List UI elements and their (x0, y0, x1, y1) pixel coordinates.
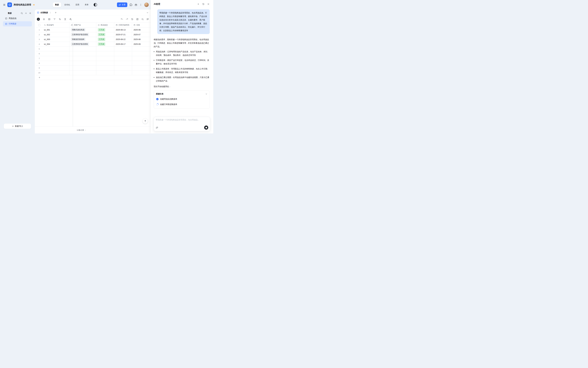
chat-history-icon[interactable] (202, 3, 205, 5)
tab-forms[interactable]: 表单 (82, 2, 91, 7)
field-config-icon[interactable] (48, 18, 51, 20)
workspace-icon[interactable] (135, 4, 137, 6)
row-number[interactable]: 9 (36, 66, 43, 70)
column-header-start-date[interactable]: 打样开始时间 (114, 23, 132, 27)
cell-start-date[interactable]: 2025-09-17 (114, 42, 132, 46)
cell-task-date[interactable]: 2025-07 (132, 32, 151, 37)
cell-empty[interactable] (96, 51, 114, 56)
cell-empty[interactable] (114, 66, 132, 70)
row-number[interactable]: 7 (36, 56, 43, 61)
row-number[interactable]: 3 (36, 37, 43, 42)
cell-empty[interactable] (43, 46, 69, 51)
attachment-icon[interactable] (156, 126, 158, 129)
stop-generating-button[interactable] (204, 126, 208, 130)
row-number[interactable]: 5 (36, 46, 43, 51)
add-table-icon[interactable] (25, 12, 27, 14)
cell-sample-id[interactable]: sz_001 (43, 28, 69, 32)
sidebar-item-sampling[interactable]: 打样跟进 (3, 21, 32, 27)
collapse-sidebar-icon[interactable] (29, 12, 31, 14)
cell-empty[interactable] (69, 61, 96, 65)
app-logo-icon[interactable] (7, 2, 12, 7)
cell-start-date[interactable]: 2025-06-13 (114, 28, 132, 32)
settings-icon[interactable] (43, 18, 45, 20)
filter-icon[interactable] (53, 18, 56, 20)
view-tab-all-data[interactable]: 全部数据 (37, 11, 51, 14)
row-number[interactable]: 6 (36, 51, 43, 56)
cell-status[interactable]: 已完成 (96, 42, 114, 46)
view-list-chevron-icon[interactable] (146, 12, 149, 14)
cell-empty[interactable] (114, 70, 132, 75)
row-number[interactable]: 4 (36, 42, 43, 46)
cell-empty[interactable] (69, 51, 96, 56)
cell-empty[interactable] (132, 61, 151, 65)
redo-icon[interactable] (126, 18, 128, 20)
cell-empty[interactable] (43, 56, 69, 61)
cell-sample-id[interactable]: sz_003 (43, 37, 69, 42)
column-header-product[interactable]: 关联产品 (69, 23, 96, 27)
menu-icon[interactable] (3, 4, 6, 6)
cell-status[interactable]: 已完成 (96, 37, 114, 42)
tab-apps[interactable]: 应用 (73, 2, 82, 7)
tab-automation[interactable]: 自动化 (62, 2, 72, 7)
cell-empty[interactable] (132, 56, 151, 61)
cell-sample-id[interactable]: sz_004 (43, 42, 69, 46)
new-import-button[interactable]: 新建/导入 (4, 124, 31, 129)
cell-empty[interactable] (69, 66, 96, 70)
more-menu-icon[interactable] (140, 4, 142, 6)
row-number[interactable]: 1 (36, 28, 43, 32)
cell-empty[interactable] (69, 70, 96, 75)
cell-empty[interactable] (114, 56, 132, 61)
cell-empty[interactable] (96, 46, 114, 51)
sort-icon[interactable] (59, 18, 61, 20)
cell-empty[interactable] (69, 56, 96, 61)
cell-empty[interactable] (114, 51, 132, 56)
cell-empty[interactable] (132, 46, 151, 51)
cell-empty[interactable] (43, 70, 69, 75)
view-more-icon[interactable] (49, 12, 51, 14)
share-button[interactable]: 分享 (117, 2, 127, 7)
new-chat-icon[interactable] (197, 3, 200, 5)
cell-empty[interactable] (132, 51, 151, 56)
cell-start-date[interactable]: 2025-07-21 (114, 32, 132, 37)
history-icon[interactable] (131, 18, 134, 20)
cell-task-date[interactable]: 2025-08 (132, 37, 151, 42)
cell-empty[interactable] (43, 51, 69, 56)
column-header-sample-id[interactable]: 样品编号 (43, 23, 69, 27)
search-records-icon[interactable] (141, 18, 144, 20)
cell-product[interactable]: 天然有机护肤品套装 (69, 42, 96, 46)
cell-sample-id[interactable]: sz_002 (43, 32, 69, 37)
row-number[interactable]: 10 (36, 70, 43, 75)
cell-empty[interactable] (69, 46, 96, 51)
extensions-icon[interactable] (130, 3, 132, 6)
cell-empty[interactable] (96, 70, 114, 75)
cell-task-date[interactable]: 2025-06 (132, 28, 151, 32)
cell-product[interactable]: 天然有机护肤品套装 (69, 32, 96, 37)
cell-empty[interactable] (114, 61, 132, 65)
cell-empty[interactable] (96, 66, 114, 70)
cell-empty[interactable] (96, 61, 114, 65)
undo-icon[interactable] (121, 18, 123, 20)
cell-empty[interactable] (43, 66, 69, 70)
row-number[interactable]: 8 (36, 61, 43, 65)
record-count[interactable]: 12条记录 (77, 129, 86, 131)
cell-empty[interactable] (43, 61, 69, 65)
cell-task-date[interactable]: 2025-09 (132, 42, 151, 46)
cell-status[interactable]: 已完成 (96, 32, 114, 37)
column-header-task[interactable]: 任务 (132, 23, 151, 27)
cell-empty[interactable] (132, 70, 151, 75)
row-height-icon[interactable] (64, 18, 66, 20)
cell-empty[interactable] (96, 56, 114, 61)
help-button[interactable]: ? (143, 119, 148, 124)
cell-product[interactable]: 智能温控保温杯 (69, 37, 96, 42)
close-icon[interactable] (207, 3, 210, 5)
cell-start-date[interactable]: 2025-08-22 (114, 37, 132, 42)
cell-status[interactable]: 已完成 (96, 28, 114, 32)
column-header-status[interactable]: 样品状态 (96, 23, 114, 27)
theme-toggle-icon[interactable] (93, 3, 97, 7)
cell-product[interactable]: 便携式迷你风扇 (69, 28, 96, 32)
add-record-button[interactable] (37, 18, 40, 21)
add-view-icon[interactable] (54, 11, 57, 14)
row-number[interactable]: 2 (36, 32, 43, 37)
edit-record-icon[interactable] (136, 18, 139, 20)
build-tasks-header[interactable]: 搭建任务 (156, 93, 207, 95)
